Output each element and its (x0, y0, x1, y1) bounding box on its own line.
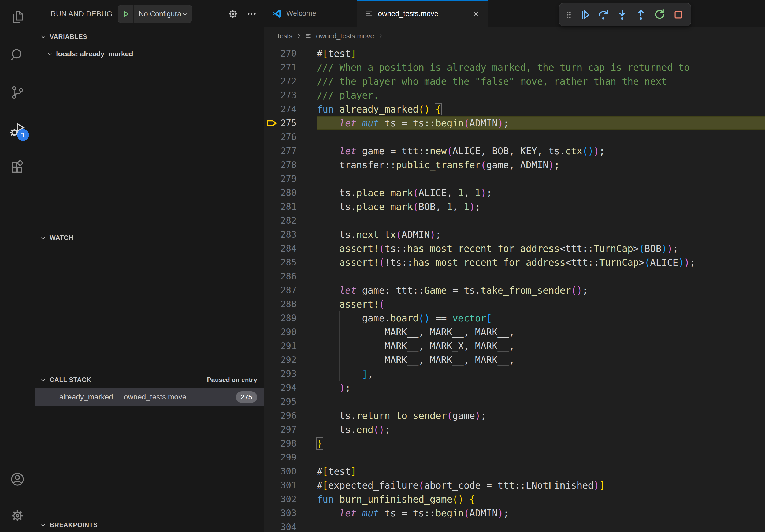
config-dropdown[interactable]: No Configura (134, 10, 182, 18)
breakpoint-gutter[interactable] (264, 325, 280, 339)
step-over-button[interactable] (595, 6, 612, 23)
breakpoint-gutter[interactable] (264, 381, 280, 395)
breakpoint-gutter[interactable] (264, 283, 280, 297)
code-line-291[interactable]: 291 MARK__, MARK_X, MARK__, (264, 339, 765, 353)
breakpoint-gutter[interactable] (264, 520, 280, 532)
breakpoint-gutter[interactable] (264, 89, 280, 102)
breakpoint-gutter[interactable] (264, 186, 280, 200)
gear-icon[interactable] (227, 8, 239, 20)
debug-current-line-arrow-icon[interactable] (264, 116, 280, 130)
breakpoint-gutter[interactable] (264, 492, 280, 506)
continue-button[interactable] (576, 6, 593, 23)
code-line-296[interactable]: 296 ts.return_to_sender(game); (264, 409, 765, 423)
step-out-button[interactable] (632, 6, 649, 23)
code-line-276[interactable]: 276 (264, 130, 765, 144)
code-line-270[interactable]: 270#[test] (264, 47, 765, 61)
breakpoint-gutter[interactable] (264, 228, 280, 242)
variables-scope-locals[interactable]: locals: already_marked (35, 46, 264, 62)
breakpoint-gutter[interactable] (264, 214, 280, 228)
more-actions-icon[interactable] (246, 9, 257, 19)
code-line-286[interactable]: 286 (264, 269, 765, 283)
breakpoint-gutter[interactable] (264, 200, 280, 214)
run-and-debug-icon[interactable]: 1 (9, 122, 26, 138)
breakpoint-gutter[interactable] (264, 75, 280, 89)
breakpoint-gutter[interactable] (264, 506, 280, 520)
code-line-274[interactable]: 274fun already_marked() { (264, 102, 765, 116)
code-line-278[interactable]: 278 transfer::public_transfer(game, ADMI… (264, 158, 765, 172)
breadcrumb-item-file[interactable]: owned_tests.move (316, 32, 374, 40)
code-line-294[interactable]: 294 ); (264, 381, 765, 395)
restart-button[interactable] (651, 6, 668, 23)
chevron-down-icon[interactable] (182, 10, 192, 17)
code-line-284[interactable]: 284 assert!(ts::has_most_recent_for_addr… (264, 242, 765, 256)
code-line-295[interactable]: 295 (264, 395, 765, 409)
breakpoint-gutter[interactable] (264, 437, 280, 450)
account-icon[interactable] (9, 471, 26, 487)
breakpoint-gutter[interactable] (264, 47, 280, 61)
code-line-290[interactable]: 290 MARK__, MARK__, MARK__, (264, 325, 765, 339)
breakpoint-gutter[interactable] (264, 395, 280, 409)
breakpoint-gutter[interactable] (264, 172, 280, 186)
code-line-273[interactable]: 273/// player. (264, 89, 765, 102)
breakpoint-gutter[interactable] (264, 130, 280, 144)
code-line-289[interactable]: 289 game.board() == vector[ (264, 311, 765, 325)
breakpoint-gutter[interactable] (264, 409, 280, 423)
breakpoint-gutter[interactable] (264, 367, 280, 381)
breadcrumb-item-symbol[interactable]: ... (387, 32, 393, 40)
toolbar-drag-handle-icon[interactable] (563, 6, 574, 23)
code-line-303[interactable]: 303 let mut ts = ts::begin(ADMIN); (264, 506, 765, 520)
step-into-button[interactable] (613, 6, 631, 23)
code-line-272[interactable]: 272/// the player who made the "false" m… (264, 75, 765, 89)
watch-section-header[interactable]: WATCH (35, 229, 264, 246)
code-line-301[interactable]: 301#[expected_failure(abort_code = ttt::… (264, 478, 765, 492)
breadcrumb-item-tests[interactable]: tests (278, 32, 293, 40)
code-line-297[interactable]: 297 ts.end(); (264, 423, 765, 437)
extensions-icon[interactable] (9, 159, 26, 176)
code-line-283[interactable]: 283 ts.next_tx(ADMIN); (264, 228, 765, 242)
code-line-300[interactable]: 300#[test] (264, 464, 765, 478)
code-line-288[interactable]: 288 assert!( (264, 297, 765, 311)
search-icon[interactable] (9, 47, 26, 63)
breakpoint-gutter[interactable] (264, 311, 280, 325)
breakpoints-section-header[interactable]: BREAKPOINTS (35, 518, 264, 532)
breakpoint-gutter[interactable] (264, 464, 280, 478)
code-line-281[interactable]: 281 ts.place_mark(BOB, 1, 1); (264, 200, 765, 214)
tab-owned-tests-move[interactable]: owned_tests.move (357, 0, 488, 28)
code-line-282[interactable]: 282 (264, 214, 765, 228)
breakpoint-gutter[interactable] (264, 423, 280, 437)
code-line-287[interactable]: 287 let game: ttt::Game = ts.take_from_s… (264, 283, 765, 297)
explorer-icon[interactable] (9, 9, 26, 26)
call-stack-section-header[interactable]: CALL STACK Paused on entry (35, 371, 264, 388)
code-line-293[interactable]: 293 ], (264, 367, 765, 381)
breakpoint-gutter[interactable] (264, 339, 280, 353)
close-icon[interactable] (472, 10, 479, 18)
breakpoint-gutter[interactable] (264, 102, 280, 116)
stop-button[interactable] (670, 6, 687, 23)
breakpoint-gutter[interactable] (264, 158, 280, 172)
code-line-279[interactable]: 279 (264, 172, 765, 186)
breakpoint-gutter[interactable] (264, 144, 280, 158)
code-line-275[interactable]: 275 let mut ts = ts::begin(ADMIN); (264, 116, 765, 130)
call-stack-frame[interactable]: already_marked owned_tests.move 275 (35, 388, 264, 406)
code-line-302[interactable]: 302fun burn_unfinished_game() { (264, 492, 765, 506)
code-line-285[interactable]: 285 assert!(!ts::has_most_recent_for_add… (264, 256, 765, 269)
code-line-304[interactable]: 304 (264, 520, 765, 532)
code-editor[interactable]: 270#[test]271/// When a position is alre… (264, 45, 765, 532)
code-line-298[interactable]: 298} (264, 437, 765, 450)
breakpoint-gutter[interactable] (264, 61, 280, 75)
tab-welcome[interactable]: Welcome (264, 0, 357, 27)
breakpoint-gutter[interactable] (264, 478, 280, 492)
settings-gear-icon[interactable] (9, 507, 26, 524)
breakpoint-gutter[interactable] (264, 297, 280, 311)
start-debug-icon[interactable] (118, 5, 134, 23)
source-control-icon[interactable] (9, 84, 26, 101)
code-line-271[interactable]: 271/// When a position is already marked… (264, 61, 765, 75)
code-line-299[interactable]: 299 (264, 450, 765, 464)
code-line-277[interactable]: 277 let game = ttt::new(ALICE, BOB, KEY,… (264, 144, 765, 158)
breakpoint-gutter[interactable] (264, 269, 280, 283)
breakpoint-gutter[interactable] (264, 353, 280, 367)
breakpoint-gutter[interactable] (264, 256, 280, 269)
breakpoint-gutter[interactable] (264, 242, 280, 256)
code-line-280[interactable]: 280 ts.place_mark(ALICE, 1, 1); (264, 186, 765, 200)
code-line-292[interactable]: 292 MARK__, MARK__, MARK__, (264, 353, 765, 367)
